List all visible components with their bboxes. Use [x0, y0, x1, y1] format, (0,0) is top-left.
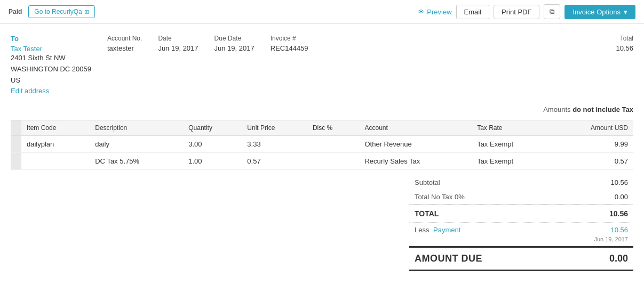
col-item-code: Item Code — [21, 120, 90, 136]
invoice-no-column: Invoice # REC144459 — [271, 35, 600, 52]
row-num-2 — [11, 153, 21, 170]
quantity-2: 1.00 — [183, 153, 242, 170]
print-pdf-button[interactable]: Print PDF — [494, 5, 539, 19]
due-date-value: Jun 19, 2017 — [214, 44, 255, 52]
col-account: Account — [359, 120, 472, 136]
subtotal-row: Subtotal 10.56 — [409, 175, 633, 190]
quantity-1: 3.00 — [183, 136, 242, 153]
recurly-icon: ⊞ — [84, 9, 89, 15]
invoice-options-label: Invoice Options — [573, 8, 621, 16]
chevron-down-icon: ▾ — [624, 8, 627, 16]
col-unit-price: Unit Price — [242, 120, 307, 136]
paid-badge: Paid — [9, 8, 22, 15]
copy-icon: ⧉ — [550, 7, 554, 15]
summary-section: Subtotal 10.56 Total No Tax 0% 0.00 TOTA… — [11, 175, 633, 271]
account-no-label: Account No. — [107, 35, 142, 42]
amount-1: 9.99 — [552, 136, 633, 153]
address-line3: US — [11, 76, 20, 84]
account-no-column: Account No. taxtester — [107, 35, 142, 52]
account-no-value: taxtester — [107, 44, 142, 52]
eye-icon: 👁 — [418, 8, 425, 16]
account-2: Recurly Sales Tax — [359, 153, 472, 170]
account-1: Other Revenue — [359, 136, 472, 153]
copy-button[interactable]: ⧉ — [544, 4, 560, 19]
table-row: dailyplan daily 3.00 3.33 Other Revenue … — [11, 136, 633, 153]
date-value: Jun 19, 2017 — [158, 44, 198, 52]
preview-button[interactable]: 👁 Preview — [418, 8, 451, 16]
col-amount: Amount USD — [552, 120, 633, 136]
unit-price-1: 3.33 — [242, 136, 307, 153]
table-row: DC Tax 5.75% 1.00 0.57 Recurly Sales Tax… — [11, 153, 633, 170]
total-column: Total 10.56 — [616, 35, 633, 52]
invoice-no-label: Invoice # — [271, 35, 600, 42]
table-header-row: Item Code Description Quantity Unit Pric… — [11, 120, 633, 136]
top-bar-left: Paid Go to RecurlyQa ⊞ — [9, 5, 95, 18]
invoice-options-button[interactable]: Invoice Options ▾ — [565, 5, 635, 19]
total-label: TOTAL — [415, 209, 439, 218]
row-num-1 — [11, 136, 21, 153]
amount-due-label: AMOUNT DUE — [415, 253, 482, 264]
payment-less-label: Less Payment — [415, 226, 460, 234]
disc-1 — [307, 136, 360, 153]
col-tax-rate: Tax Rate — [472, 120, 552, 136]
address-line1: 2401 Sixth St NW — [11, 54, 66, 62]
date-column: Date Jun 19, 2017 — [158, 35, 198, 52]
preview-label: Preview — [427, 8, 451, 16]
amount-due-row: AMOUNT DUE 0.00 — [409, 246, 633, 271]
total-row: TOTAL 10.56 — [409, 205, 633, 223]
item-code-1: dailyplan — [21, 136, 90, 153]
email-button[interactable]: Email — [456, 5, 490, 19]
top-bar-right: 👁 Preview Email Print PDF ⧉ Invoice Opti… — [418, 4, 635, 19]
subtotal-label: Subtotal — [415, 178, 440, 186]
total-value: 10.56 — [616, 44, 633, 52]
tax-rate-2: Tax Exempt — [472, 153, 552, 170]
subtotal-value: 10.56 — [610, 178, 628, 186]
customer-name-link[interactable]: Tax Tester — [11, 45, 42, 53]
address-block: 2401 Sixth St NW WASHINGTON DC 20059 US — [11, 53, 91, 86]
description-1: daily — [90, 136, 183, 153]
email-label: Email — [464, 8, 482, 16]
go-to-recurly-button[interactable]: Go to RecurlyQa ⊞ — [28, 5, 94, 18]
top-bar: Paid Go to RecurlyQa ⊞ 👁 Preview Email P… — [0, 0, 644, 24]
amount-due-value: 0.00 — [609, 253, 628, 264]
unit-price-2: 0.57 — [242, 153, 307, 170]
date-label: Date — [158, 35, 198, 42]
tax-rate-1: Tax Exempt — [472, 136, 552, 153]
col-description: Description — [90, 120, 183, 136]
row-num-header — [11, 120, 21, 136]
payment-value: 10.56 — [610, 226, 628, 234]
notax-label: Total No Tax 0% — [415, 193, 465, 201]
total-label: Total — [616, 35, 633, 42]
summary-table: Subtotal 10.56 Total No Tax 0% 0.00 TOTA… — [409, 175, 633, 271]
payment-date: Jun 19, 2017 — [594, 236, 628, 242]
print-label: Print PDF — [502, 8, 531, 16]
payment-link[interactable]: Payment — [433, 226, 460, 234]
disc-2 — [307, 153, 360, 170]
col-disc: Disc % — [307, 120, 360, 136]
description-2: DC Tax 5.75% — [90, 153, 183, 170]
due-date-label: Due Date — [214, 35, 255, 42]
edit-address-link[interactable]: Edit address — [11, 87, 91, 95]
to-column: To Tax Tester 2401 Sixth St NW WASHINGTO… — [11, 35, 91, 95]
invoice-no-value: REC144459 — [271, 44, 600, 52]
total-row-value: 10.56 — [609, 209, 628, 218]
notax-row: Total No Tax 0% 0.00 — [409, 190, 633, 205]
to-label: To — [11, 35, 91, 43]
address-line2: WASHINGTON DC 20059 — [11, 65, 91, 73]
col-quantity: Quantity — [183, 120, 242, 136]
tax-notice-emphasis: do not include Tax — [573, 105, 633, 113]
tax-notice-prefix: Amounts — [543, 105, 573, 113]
amount-2: 0.57 — [552, 153, 633, 170]
main-content: To Tax Tester 2401 Sixth St NW WASHINGTO… — [0, 24, 644, 271]
notax-value: 0.00 — [615, 193, 628, 201]
invoice-table: Item Code Description Quantity Unit Pric… — [11, 120, 633, 170]
tax-notice: Amounts do not include Tax — [11, 105, 633, 116]
recurly-btn-label: Go to RecurlyQa — [34, 8, 82, 15]
item-code-2 — [21, 153, 90, 170]
invoice-header: To Tax Tester 2401 Sixth St NW WASHINGTO… — [11, 35, 633, 95]
due-date-column: Due Date Jun 19, 2017 — [214, 35, 255, 52]
